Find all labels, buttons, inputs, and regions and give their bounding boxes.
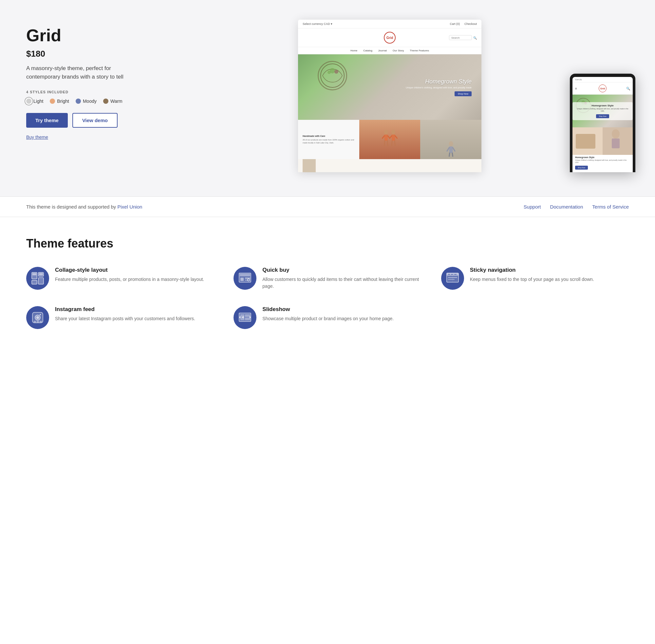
quickbuy-feature-title: Quick buy [262,267,421,273]
hamburger-icon: ≡ [575,87,577,90]
preview-checkout: Checkout [465,22,477,26]
svg-rect-36 [240,274,250,276]
mobile-preview: Cart (0) ≡ Grid 🔍 [570,74,635,172]
features-section: Theme features Collage-style layout Feat… [0,217,655,355]
support-bar-right: Support Documentation Terms of Service [524,204,629,210]
mobile-hero-title: Homegrown Style [576,104,629,107]
svg-line-9 [387,141,388,146]
mobile-screen: Cart (0) ≡ Grid 🔍 [572,77,633,172]
dot-warm [103,98,108,104]
support-bar-left: This theme is designed and supported by … [26,204,142,210]
svg-rect-11 [392,135,395,141]
mobile-hero: Homegrown Style Unique children's clothi… [572,95,633,128]
collage-icon [26,267,49,290]
svg-line-6 [382,136,384,138]
buy-theme-link[interactable]: Buy theme [26,135,48,140]
svg-point-10 [391,130,395,135]
slideshow-icon [233,306,256,329]
preview-topbar: Select currency CAD ▾ Cart (0) Checkout [298,20,481,28]
features-title: Theme features [26,237,629,250]
collage-feature-title: Collage-style layout [55,267,204,273]
mobile-shop-btn[interactable]: Shop Now [596,114,609,118]
style-option-moody[interactable]: Moody [76,98,97,104]
svg-rect-33 [32,273,36,275]
preview-shop-btn[interactable]: Shop Now [455,91,472,96]
slideshow-feature-text: Slideshow Showcase multiple product or b… [262,306,394,322]
svg-rect-56 [37,321,39,322]
slideshow-feature-desc: Showcase multiple product or brand image… [262,315,394,322]
terms-of-service-link[interactable]: Terms of Service [592,204,629,210]
preview-portrait [302,159,316,172]
instagram-feature-title: Instagram feed [55,306,195,313]
svg-line-18 [447,148,449,151]
mobile-bottom-text: Homegrown Style Unique children's clothi… [572,154,633,172]
mobile-hero-content: Homegrown Style Unique children's clothi… [572,102,633,120]
style-option-warm[interactable]: Warm [103,98,122,104]
style-option-light[interactable]: Light [26,98,43,104]
mobile-grid-left [572,128,603,155]
designer-link[interactable]: Pixel Union [118,204,142,210]
preview-hero-subtext: Unique children's clothing, designed wit… [406,87,472,89]
svg-rect-32 [38,278,44,284]
preview-search-input[interactable] [449,36,472,40]
feature-item-collage: Collage-style layout Feature multiple pr… [26,267,214,290]
preview-grid-cell-3 [420,120,481,159]
hero-left-panel: Grid $180 A masonry-style theme, perfect… [26,20,151,160]
svg-line-15 [394,141,395,146]
preview-grid-text: All of our products are made from 100% o… [302,138,355,144]
svg-point-54 [40,314,41,315]
stickynav-feature-text: Sticky navigation Keep menus fixed to th… [470,267,594,283]
preview-currency: Select currency CAD ▾ [302,22,333,26]
theme-price: $180 [26,49,151,59]
preview-bottom-strip [298,159,481,172]
preview-logo: Grid [384,32,396,44]
svg-rect-34 [39,273,43,275]
dot-moody [76,98,81,104]
search-icon: 🔍 [473,36,477,39]
try-theme-button[interactable]: Try theme [26,113,68,128]
svg-line-14 [392,141,392,146]
stickynav-icon [441,267,464,290]
feature-item-quickbuy: Quick buy Allow customers to quickly add… [233,267,421,290]
svg-rect-5 [384,135,388,141]
svg-point-53 [36,316,39,319]
mobile-feature-text: Unique children's clothing, designed wit… [575,159,630,164]
styles-label: 4 STYLES INCLUDED [26,90,151,94]
view-demo-button[interactable]: View demo [72,113,118,128]
mobile-grid [572,128,633,154]
preview-nav-catalog: Catalog [363,49,372,52]
svg-line-19 [453,148,455,151]
preview-grid: Handmade with Care All of our products a… [298,120,481,159]
style-label-light: Light [33,98,43,104]
cta-buttons: Try theme View demo [26,113,151,128]
style-option-bright[interactable]: Bright [50,98,69,104]
documentation-link[interactable]: Documentation [550,204,583,210]
preview-hero-image: Homegrown Style Unique children's clothi… [298,54,481,120]
preview-search: 🔍 [449,36,477,40]
mobile-bottom-shop-btn[interactable]: Shop Now [575,166,588,169]
quickbuy-feature-text: Quick buy Allow customers to quickly add… [262,267,421,290]
mobile-logo: Grid [599,85,607,92]
style-label-bright: Bright [57,98,69,104]
style-label-moody: Moody [83,98,97,104]
svg-rect-61 [245,314,250,317]
mobile-grid-right [603,128,633,155]
stickynav-feature-desc: Keep menus fixed to the top of your page… [470,276,594,283]
mobile-search-icon: 🔍 [626,87,630,90]
preview-nav-home: Home [351,49,357,52]
preview-hero-heading: Homegrown Style [406,78,472,85]
svg-line-21 [452,153,453,156]
style-label-warm: Warm [110,98,122,104]
support-link[interactable]: Support [524,204,541,210]
svg-rect-38 [245,278,250,279]
svg-point-2 [334,70,338,74]
svg-rect-25 [576,134,595,148]
preview-grid-inner [359,120,421,159]
collage-feature-text: Collage-style layout Feature multiple pr… [55,267,204,283]
preview-grid-cell-2 [359,120,421,159]
preview-grid-cell-1: Handmade with Care All of our products a… [298,120,359,159]
preview-nav-features: Theme Features [410,49,429,52]
hero-section: Grid $180 A masonry-style theme, perfect… [0,0,655,197]
support-bar: This theme is designed and supported by … [0,197,655,217]
preview-grid-title: Handmade with Care [302,135,355,137]
